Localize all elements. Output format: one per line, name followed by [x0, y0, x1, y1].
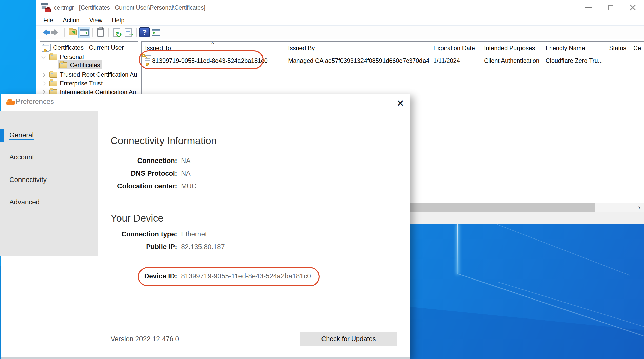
- sidebar-item-account[interactable]: Account: [9, 153, 34, 161]
- chevron-down-icon[interactable]: [42, 54, 46, 58]
- help-icon: ?: [139, 27, 150, 37]
- column-header-friendly-name[interactable]: Friendly Name: [546, 45, 585, 52]
- action-pane-icon: [152, 29, 160, 36]
- clipboard-icon: [97, 28, 104, 37]
- sidebar-item-general[interactable]: General: [9, 131, 34, 139]
- check-for-updates-button[interactable]: Check for Updates: [300, 332, 397, 346]
- column-divider[interactable]: [630, 43, 630, 50]
- chevron-right-icon[interactable]: [42, 73, 46, 77]
- refresh-button[interactable]: ↻: [111, 27, 123, 38]
- version-text: Version 2022.12.476.0: [111, 335, 179, 343]
- toolbar-separator: [92, 28, 93, 37]
- folder-icon: [49, 72, 57, 78]
- tree-item-label: Certificates - Current User: [53, 44, 124, 51]
- section-heading-connectivity-information: Connectivity Information: [111, 135, 216, 146]
- export-list-button[interactable]: →: [123, 27, 134, 38]
- chevron-right-icon[interactable]: [42, 90, 46, 94]
- statusbar-divider: [531, 214, 531, 223]
- tree-item-label: Trusted Root Certification Au: [60, 71, 137, 78]
- console-tree-icon: [80, 29, 89, 36]
- dns-protocol-value: NA: [181, 170, 191, 177]
- tree-item-enterprise-trust[interactable]: Enterprise Trust: [42, 79, 103, 88]
- menu-file[interactable]: File: [38, 17, 58, 24]
- selected-tab-underline: [9, 139, 34, 140]
- tree-item-label: Enterprise Trust: [60, 80, 103, 87]
- tree-item-label: Certificates: [70, 62, 100, 69]
- menu-bar: File Action View Help: [36, 15, 644, 25]
- annotation-issued-to-ellipse: [139, 50, 264, 69]
- close-button[interactable]: [622, 0, 644, 15]
- section-heading-your-device: Your Device: [111, 213, 164, 224]
- sort-ascending-icon: ^: [211, 41, 214, 47]
- public-ip-label: Public IP:: [116, 243, 177, 251]
- column-header-status[interactable]: Status: [609, 45, 626, 52]
- cell-expiration-date[interactable]: 1/11/2024: [433, 57, 460, 64]
- colocation-center-label: Colocation center:: [109, 182, 177, 190]
- help-button[interactable]: ?: [139, 27, 150, 38]
- sidebar-item-connectivity[interactable]: Connectivity: [9, 176, 47, 184]
- up-one-level-button[interactable]: [67, 27, 78, 38]
- device-id-value: 81399719-9055-11ed-8e43-524a2ba181c0: [181, 272, 311, 280]
- maximize-button[interactable]: [599, 0, 622, 15]
- cell-issued-by[interactable]: Managed CA ae57f03931324f08591d660e7c370…: [288, 57, 429, 64]
- refresh-icon: ↻: [113, 28, 120, 37]
- up-folder-icon: [69, 29, 77, 35]
- dialog-close-button[interactable]: ✕: [394, 97, 407, 110]
- folder-icon: [49, 81, 57, 86]
- connection-type-value: Ethernet: [181, 230, 207, 238]
- column-divider[interactable]: [430, 43, 430, 50]
- public-ip-value: 82.135.80.187: [181, 243, 225, 251]
- column-divider[interactable]: [481, 43, 481, 50]
- back-icon: [43, 29, 47, 35]
- sidebar-item-advanced[interactable]: Advanced: [9, 198, 40, 206]
- cell-friendly-name[interactable]: Cloudflare Zero Tru...: [546, 57, 603, 64]
- maximize-icon: [608, 5, 613, 10]
- wallpaper-beam: [497, 224, 497, 282]
- folder-icon: [59, 62, 67, 68]
- statusbar-divider: [598, 214, 598, 223]
- menu-help[interactable]: Help: [107, 17, 129, 24]
- column-header-intended-purposes[interactable]: Intended Purposes: [484, 45, 535, 52]
- export-list-icon: →: [125, 28, 132, 37]
- minimize-button[interactable]: [577, 0, 599, 15]
- title-bar[interactable]: certmgr - [Certificates - Current User\P…: [36, 0, 644, 15]
- close-icon: [630, 4, 636, 11]
- back-button[interactable]: [39, 27, 51, 38]
- menu-action[interactable]: Action: [58, 17, 85, 24]
- colocation-center-value: MUC: [181, 182, 197, 190]
- dns-protocol-label: DNS Protocol:: [116, 170, 177, 177]
- chevron-right-icon[interactable]: [42, 81, 46, 85]
- column-header-issued-by[interactable]: Issued By: [288, 45, 315, 52]
- dialog-title: Preferences: [16, 97, 54, 106]
- column-divider[interactable]: [284, 43, 284, 50]
- connection-value: NA: [181, 157, 191, 165]
- show-console-tree-button[interactable]: [78, 27, 90, 38]
- tree-item-label: Personal: [60, 53, 84, 61]
- wallpaper-beam: [497, 224, 630, 276]
- cell-intended-purposes[interactable]: Client Authentication: [484, 57, 539, 64]
- forward-button[interactable]: [51, 27, 62, 38]
- menu-view[interactable]: View: [84, 17, 107, 24]
- certmgr-app-icon: [41, 3, 51, 12]
- window-title: certmgr - [Certificates - Current User\P…: [54, 4, 205, 11]
- column-header-certificate-template[interactable]: Ce: [633, 45, 641, 52]
- column-header-expiration-date[interactable]: Expiration Date: [433, 45, 475, 52]
- toolbar: ↻ → ?: [36, 25, 644, 39]
- connection-label: Connection:: [116, 157, 177, 165]
- tree-item-trusted-root[interactable]: Trusted Root Certification Au: [42, 70, 137, 79]
- tree-item-certificates[interactable]: Certificates: [59, 61, 100, 69]
- connection-type-label: Connection type:: [116, 230, 177, 238]
- copy-button[interactable]: [95, 27, 106, 38]
- minimize-icon: [585, 7, 592, 8]
- scroll-right-button[interactable]: ›: [634, 203, 644, 212]
- dialog-bottom-edge: [1, 357, 410, 359]
- certificates-root-icon: [42, 44, 51, 51]
- show-action-pane-button[interactable]: [150, 27, 162, 38]
- toolbar-separator: [108, 28, 109, 37]
- tree-item-certificates-current-user[interactable]: Certificates - Current User: [42, 43, 124, 52]
- column-divider[interactable]: [606, 43, 606, 50]
- tree-item-personal[interactable]: Personal: [42, 53, 84, 61]
- column-divider[interactable]: [543, 43, 543, 50]
- desktop: certmgr - [Certificates - Current User\P…: [0, 0, 644, 359]
- section-divider: [111, 264, 397, 264]
